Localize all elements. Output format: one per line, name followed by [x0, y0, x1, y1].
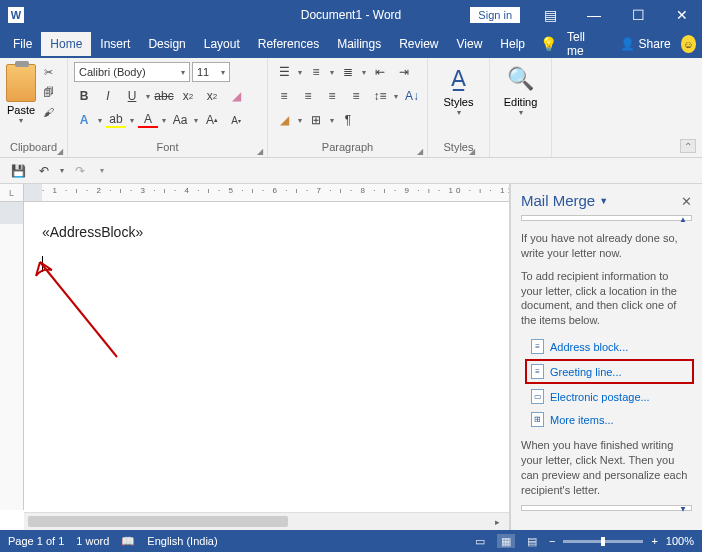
redo-button[interactable]: ↷: [70, 161, 90, 181]
page-count[interactable]: Page 1 of 1: [8, 535, 64, 547]
tab-view[interactable]: View: [448, 32, 492, 56]
electronic-postage-link[interactable]: ▭ Electronic postage...: [527, 386, 692, 407]
clear-formatting-icon[interactable]: ◢: [226, 86, 246, 106]
styles-button[interactable]: Styles: [444, 96, 474, 108]
styles-dialog-launcher[interactable]: ◢: [469, 147, 475, 156]
group-label-clipboard: Clipboard◢: [6, 141, 61, 155]
subscript-button[interactable]: x2: [178, 86, 198, 106]
grow-font-button[interactable]: A▴: [202, 110, 222, 130]
multilevel-list-button[interactable]: ≣: [338, 62, 358, 82]
tab-layout[interactable]: Layout: [195, 32, 249, 56]
tab-review[interactable]: Review: [390, 32, 447, 56]
underline-button[interactable]: U: [122, 86, 142, 106]
address-block-merge-field[interactable]: «AddressBlock»: [42, 224, 491, 240]
lightbulb-icon: 💡: [534, 36, 563, 52]
justify-button[interactable]: ≡: [346, 86, 366, 106]
change-case-button[interactable]: Aa: [170, 110, 190, 130]
tab-help[interactable]: Help: [491, 32, 534, 56]
share-icon: 👤: [620, 37, 635, 51]
paste-button[interactable]: Paste: [7, 104, 35, 116]
scroll-right-button[interactable]: ▸: [487, 515, 507, 529]
styles-icon[interactable]: A̲: [451, 66, 466, 92]
font-color-button[interactable]: A: [138, 112, 158, 128]
group-label-font: Font◢: [74, 141, 261, 155]
editing-button[interactable]: Editing: [504, 96, 538, 108]
bullets-button[interactable]: ☰: [274, 62, 294, 82]
font-dialog-launcher[interactable]: ◢: [257, 147, 263, 156]
save-icon[interactable]: 💾: [8, 161, 28, 181]
superscript-button[interactable]: x2: [202, 86, 222, 106]
undo-button[interactable]: ↶: [34, 161, 54, 181]
tab-design[interactable]: Design: [139, 32, 194, 56]
minimize-button[interactable]: —: [574, 0, 614, 30]
align-left-button[interactable]: ≡: [274, 86, 294, 106]
tab-file[interactable]: File: [4, 32, 41, 56]
horizontal-ruler[interactable]: · 1 · ı · 2 · ı · 3 · ı · 4 · ı · 5 · ı …: [24, 184, 509, 202]
highlight-button[interactable]: ab: [106, 112, 126, 128]
increase-indent-button[interactable]: ⇥: [394, 62, 414, 82]
text-effects-icon[interactable]: A: [74, 110, 94, 130]
group-font: Calibri (Body)▾ 11▾ B I U▾ abc x2 x2 ◢ A…: [68, 58, 268, 157]
horizontal-scrollbar[interactable]: ▸: [24, 512, 509, 530]
zoom-in-button[interactable]: +: [651, 535, 657, 547]
paste-icon[interactable]: [6, 64, 36, 102]
qat-customize[interactable]: ▾: [100, 166, 104, 175]
tab-insert[interactable]: Insert: [91, 32, 139, 56]
format-painter-icon[interactable]: 🖌: [40, 104, 56, 120]
task-pane-progress-bottom[interactable]: ▲: [521, 505, 692, 511]
copy-icon[interactable]: 🗐: [40, 84, 56, 100]
sign-in-button[interactable]: Sign in: [470, 7, 520, 23]
zoom-level[interactable]: 100%: [666, 535, 694, 547]
sort-button[interactable]: A↓: [402, 86, 422, 106]
shading-button[interactable]: ◢: [274, 110, 294, 130]
zoom-slider-thumb[interactable]: [601, 537, 605, 546]
tell-me[interactable]: Tell me: [567, 30, 600, 58]
show-hide-button[interactable]: ¶: [338, 110, 358, 130]
bold-button[interactable]: B: [74, 86, 94, 106]
task-pane-progress[interactable]: ▲: [521, 215, 692, 221]
tab-references[interactable]: References: [249, 32, 328, 56]
language-status[interactable]: English (India): [147, 535, 217, 547]
close-button[interactable]: ✕: [662, 0, 702, 30]
tab-mailings[interactable]: Mailings: [328, 32, 390, 56]
scrollbar-thumb[interactable]: [28, 516, 288, 527]
align-center-button[interactable]: ≡: [298, 86, 318, 106]
shrink-font-button[interactable]: A▾: [226, 110, 246, 130]
line-spacing-button[interactable]: ↕≡: [370, 86, 390, 106]
document-page[interactable]: «AddressBlock»: [24, 202, 509, 510]
collapse-ribbon-button[interactable]: ⌃: [680, 139, 696, 153]
numbering-button[interactable]: ≡: [306, 62, 326, 82]
task-pane-dropdown-icon[interactable]: ▼: [599, 196, 608, 206]
group-label-paragraph: Paragraph◢: [274, 141, 421, 155]
align-right-button[interactable]: ≡: [322, 86, 342, 106]
word-count[interactable]: 1 word: [76, 535, 109, 547]
strikethrough-button[interactable]: abc: [154, 86, 174, 106]
address-block-link[interactable]: ≡ Address block...: [527, 336, 692, 357]
cut-icon[interactable]: ✂: [40, 64, 56, 80]
greeting-line-link[interactable]: ≡ Greeting line...: [525, 359, 694, 384]
task-pane-text-intro: If you have not already done so, write y…: [521, 231, 692, 261]
print-layout-view-icon[interactable]: ▦: [497, 534, 515, 548]
font-name-combo[interactable]: Calibri (Body)▾: [74, 62, 190, 82]
feedback-smiley-icon[interactable]: ☺: [681, 35, 696, 53]
italic-button[interactable]: I: [98, 86, 118, 106]
font-size-combo[interactable]: 11▾: [192, 62, 230, 82]
borders-button[interactable]: ⊞: [306, 110, 326, 130]
ribbon-display-options-icon[interactable]: ▤: [530, 0, 570, 30]
find-icon[interactable]: 🔍: [507, 66, 534, 92]
maximize-button[interactable]: ☐: [618, 0, 658, 30]
share-button[interactable]: Share: [639, 37, 671, 51]
decrease-indent-button[interactable]: ⇤: [370, 62, 390, 82]
task-pane-close-button[interactable]: ✕: [681, 194, 692, 209]
zoom-out-button[interactable]: −: [549, 535, 555, 547]
more-items-link[interactable]: ⊞ More items...: [527, 409, 692, 430]
read-mode-view-icon[interactable]: ▭: [471, 534, 489, 548]
web-layout-view-icon[interactable]: ▤: [523, 534, 541, 548]
spellcheck-icon[interactable]: 📖: [121, 535, 135, 548]
vertical-ruler[interactable]: [0, 202, 24, 510]
clipboard-dialog-launcher[interactable]: ◢: [57, 147, 63, 156]
tab-home[interactable]: Home: [41, 32, 91, 56]
electronic-postage-icon: ▭: [531, 389, 544, 404]
zoom-slider[interactable]: [563, 540, 643, 543]
paragraph-dialog-launcher[interactable]: ◢: [417, 147, 423, 156]
